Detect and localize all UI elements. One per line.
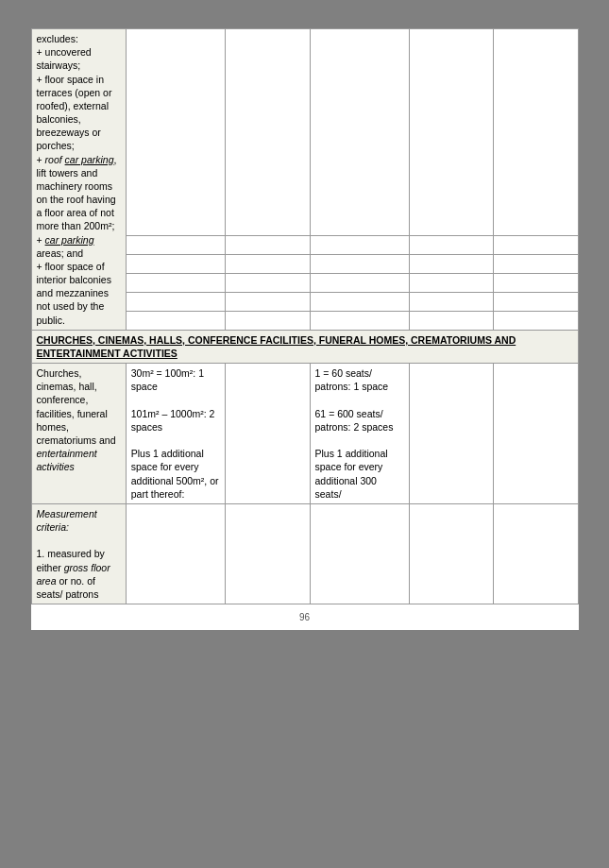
measurement-row: Measurement criteria: 1. measured by eit… (31, 503, 578, 604)
empty-cell (410, 273, 494, 292)
empty-cell (126, 273, 226, 292)
gfa-col: 30m² = 100m²: 1 space 101m² – 1000m²: 2 … (126, 364, 226, 504)
list-item: roof car parking, lift towers and machin… (37, 153, 121, 233)
empty-cell (310, 292, 410, 311)
empty-cell (126, 311, 226, 330)
empty-cell (226, 273, 310, 292)
empty-cell (126, 503, 226, 604)
list-item: car parking areas; and (37, 233, 121, 260)
main-table: excludes: uncovered stairways; floor spa… (31, 28, 579, 604)
empty-cell (226, 29, 310, 236)
seats-col: 1 = 60 seats/ patrons: 1 space 61 = 600 … (310, 364, 410, 504)
seats-range-3: Plus 1 additional space for every additi… (315, 447, 405, 501)
measurement-text: 1. measured by either gross floor area o… (37, 547, 121, 601)
empty-cell (494, 364, 578, 504)
empty-cell (126, 235, 226, 254)
empty-cell (126, 292, 226, 311)
empty-cell (494, 254, 578, 273)
empty-cell (410, 254, 494, 273)
empty-cell (310, 29, 410, 236)
gfa-range-1: 30m² = 100m²: 1 space (131, 366, 221, 393)
empty-cell (310, 254, 410, 273)
empty-cell (310, 235, 410, 254)
section-header-row: CHURCHES, CINEMAS, HALLS, CONFERENCE FAC… (31, 330, 578, 363)
empty-cell (226, 292, 310, 311)
empty-cell (494, 503, 578, 604)
page: excludes: uncovered stairways; floor spa… (31, 28, 579, 630)
seats-range-2: 61 = 600 seats/ patrons: 2 spaces (315, 407, 405, 434)
empty-cell (226, 311, 310, 330)
empty-cell (410, 29, 494, 236)
list-item: uncovered stairways; (37, 45, 121, 72)
excludes-list: uncovered stairways; floor space in terr… (37, 45, 121, 327)
list-item: floor space of interior balconies and me… (37, 260, 121, 327)
empty-cell (226, 364, 310, 504)
empty-cell (410, 235, 494, 254)
gfa-range-2: 101m² – 1000m²: 2 spaces (131, 407, 221, 434)
empty-cell (126, 254, 226, 273)
gfa-range-3: Plus 1 additional space for every additi… (131, 447, 221, 501)
excludes-header: excludes: (37, 32, 121, 45)
excludes-cell: excludes: uncovered stairways; floor spa… (31, 29, 126, 331)
empty-cell (494, 29, 578, 236)
empty-cell (310, 311, 410, 330)
empty-cell (494, 292, 578, 311)
empty-cell (494, 235, 578, 254)
empty-cell (410, 503, 494, 604)
page-number: 96 (31, 604, 579, 630)
empty-cell (226, 254, 310, 273)
empty-cell (494, 311, 578, 330)
empty-cell (310, 273, 410, 292)
data-row-1: Churches, cinemas, hall, conference, fac… (31, 364, 578, 504)
measurement-cell: Measurement criteria: 1. measured by eit… (31, 503, 126, 604)
empty-cell (126, 29, 226, 236)
excludes-row: excludes: uncovered stairways; floor spa… (31, 29, 578, 236)
section-header: CHURCHES, CINEMAS, HALLS, CONFERENCE FAC… (31, 330, 578, 363)
empty-cell (226, 235, 310, 254)
empty-cell (310, 503, 410, 604)
empty-cell (494, 273, 578, 292)
empty-cell (410, 292, 494, 311)
category-text: Churches, cinemas, hall, conference, fac… (37, 367, 116, 472)
category-cell: Churches, cinemas, hall, conference, fac… (31, 364, 126, 504)
seats-range-1: 1 = 60 seats/ patrons: 1 space (315, 366, 405, 393)
measurement-label: Measurement criteria: (37, 507, 121, 534)
empty-cell (226, 503, 310, 604)
list-item: floor space in terraces (open or roofed)… (37, 73, 121, 153)
empty-cell (410, 311, 494, 330)
empty-cell (410, 364, 494, 504)
